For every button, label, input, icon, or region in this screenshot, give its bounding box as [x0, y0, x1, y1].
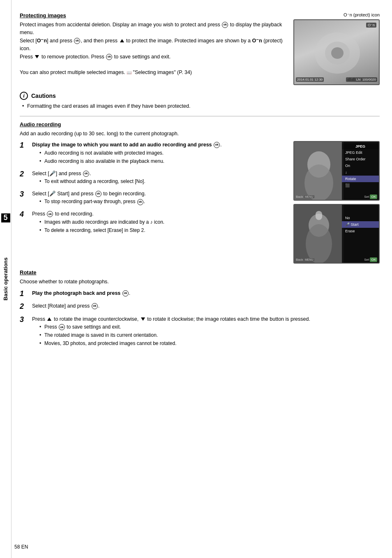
screen2-item-erase: Erase [342, 228, 379, 234]
step-3-bullet-1: To stop recording part-way through, pres… [32, 198, 285, 205]
screen1-item-on: On [342, 162, 379, 169]
ok-icon-step3: ok [95, 191, 101, 197]
ok-button-icon-1: ok [222, 22, 228, 28]
book-reference-icon: 📖 [127, 69, 131, 76]
step-content-4: Press ok to end recording. Images with a… [32, 210, 285, 234]
screen1-top-label: JPEG [342, 144, 379, 149]
baby-svg-1 [294, 142, 344, 200]
rotate-step-2: 2 Select [Rotate] and press ok. [20, 302, 380, 311]
ok-icon-step4: ok [47, 211, 53, 217]
screen-date: 2014.01.01 12:30 [296, 77, 324, 82]
screen1-item-arrow: ↓ [342, 169, 379, 176]
page-num-suffix: EN [20, 544, 28, 550]
rotate-step-number-3: 3 [20, 315, 28, 324]
rotate-step-content-3: Press to rotate the image counterclockwi… [32, 315, 380, 348]
flower-svg [294, 20, 380, 85]
step-1-text: Display the image to which you want to a… [32, 142, 212, 148]
step-number-4: 4 [20, 210, 28, 219]
caution-icon: i [20, 92, 28, 100]
screen1-item-rotate: Rotate [342, 176, 379, 182]
rotate-section: Rotate Choose whether to rotate photogra… [20, 269, 380, 348]
cautions-header: i Cautions [20, 92, 380, 100]
chapter-label: Basic operations [2, 257, 9, 301]
rotate-step3-bullet-3: Movies, 3D photos, and protected images … [32, 340, 380, 347]
rotate-step-number-1: 1 [20, 289, 28, 299]
main-content: Protecting images Protect images from ac… [12, 0, 392, 558]
audio-recording-intro: Add an audio recording (up to 30 sec. lo… [20, 130, 380, 138]
step-content-2: Select [🎤] and press ok. To exit without… [32, 170, 285, 186]
ok-button-icon-3: ok [106, 54, 112, 60]
ok-icon-rotate1: ok [122, 290, 129, 296]
protect-icon-label: O⁻n (protect) icon [293, 12, 380, 18]
rotate-step-content-2: Select [Rotate] and press ok. [32, 302, 380, 310]
audio-screen-2: No 🎤 Start Erase Back MENU Set OK [293, 204, 380, 264]
audio-recording-title: Audio recording [20, 121, 380, 127]
step-2-bullet-1: To exit without adding a recording, sele… [32, 178, 285, 185]
audio-step-4: 4 Press ok to end recording. Images with… [20, 210, 285, 234]
ok-icon-step3b: ok [137, 199, 143, 205]
camera-screen-protect: O⁻n 2014.01.01 12:30 ⬛⬛ LN 100/0020 [293, 19, 380, 85]
step-1-bullet-2: Audio recording is also available in the… [32, 157, 285, 165]
triangle-up-icon-1 [120, 39, 124, 42]
cautions-section: i Cautions Formatting the card erases al… [20, 92, 380, 110]
screen2-item-start: 🎤 Start [342, 221, 379, 228]
camera-screen-inner: O⁻n 2014.01.01 12:30 ⬛⬛ LN 100/0020 [294, 20, 379, 84]
audio-step-1: 1 Display the image to which you want to… [20, 141, 285, 165]
ok-icon-rotate3a: ok [59, 324, 65, 330]
ok-button-icon-2: ok [74, 38, 80, 44]
chapter-number: 5 [1, 213, 10, 222]
rotate-step3-bullet-2: The rotated image is saved in its curren… [32, 331, 380, 339]
screen1-item-share: Share Order [342, 156, 379, 162]
audio-recording-section: Audio recording Add an audio recording (… [20, 121, 380, 264]
svg-point-8 [306, 224, 332, 263]
screen1-set: Set OK [364, 195, 377, 199]
protect-para1: Protect images from accidental deletion.… [20, 22, 220, 28]
audio-steps-images: 1 Display the image to which you want to… [20, 141, 380, 264]
sidebar: 5 Basic operations [0, 0, 12, 558]
protect-screen-container: O⁻n (protect) icon O⁻n [293, 12, 380, 85]
svg-rect-9 [316, 211, 322, 220]
protect-symbol-1: O⁻n [37, 38, 47, 44]
screen2-menu: No 🎤 Start Erase [342, 205, 379, 263]
step-4-bullet-1: Images with audio recordings are indicat… [32, 218, 285, 226]
step-content-1: Display the image to which you want to a… [32, 141, 285, 165]
cautions-title: Cautions [31, 93, 56, 99]
screen2-item-no: No [342, 215, 379, 221]
protecting-images-section: Protecting images Protect images from ac… [20, 12, 380, 85]
step-4-bullet-2: To delete a recording, select [Erase] in… [32, 227, 285, 234]
baby-svg-2 [294, 205, 344, 263]
screen1-ok-badge: OK [370, 194, 377, 199]
ok-icon-step1: ok [214, 142, 220, 148]
protecting-images-text: Protecting images Protect images from ac… [20, 12, 285, 85]
screen2-footer: Back MENU Set OK [296, 258, 377, 262]
audio-images-panel: JPEG JPEG Edit Share Order On ↓ Rotate ⬛… [293, 141, 380, 264]
rotate-title: Rotate [20, 269, 380, 276]
step-number-3: 3 [20, 190, 28, 199]
page-number: 58 EN [14, 544, 28, 550]
screen2-set: Set OK [364, 258, 377, 262]
rotate-step-content-1: Play the photograph back and press ok. [32, 289, 380, 297]
ok-icon-step2: ok [83, 171, 89, 177]
audio-screen-1: JPEG JPEG Edit Share Order On ↓ Rotate ⬛… [293, 141, 380, 201]
screen1-photo [294, 142, 344, 200]
protecting-images-body: Protect images from accidental deletion.… [20, 21, 285, 77]
screen1-footer: Back MENU Set OK [296, 195, 377, 199]
rotate-intro: Choose whether to rotate photographs. [20, 278, 380, 286]
audio-step-3: 3 Select [🎤 Start] and press ok to begin… [20, 190, 285, 206]
triangle-down-icon-1 [35, 55, 39, 58]
screen2-ok-badge: OK [370, 257, 377, 262]
ok-icon-rotate2: ok [92, 303, 98, 309]
section-divider-1 [20, 116, 380, 116]
step-number-2: 2 [20, 170, 28, 179]
triangle-up-icon-rotate [47, 317, 51, 321]
screen1-menu: JPEG JPEG Edit Share Order On ↓ Rotate ⬛ [342, 142, 379, 200]
audio-steps-list: 1 Display the image to which you want to… [20, 141, 285, 264]
protect-symbol-2: O⁻n [252, 38, 262, 44]
screen-info: ⬛⬛ LN 100/0020 [346, 77, 377, 82]
step-content-3: Select [🎤 Start] and press ok to begin r… [32, 190, 285, 206]
triangle-down-icon-rotate [141, 317, 145, 321]
protect-screen-icon: O⁻n [366, 23, 376, 28]
step-1-bullet-1: Audio recording is not available with pr… [32, 149, 285, 157]
screen1-item-extra: ⬛ [342, 182, 379, 189]
svg-point-2 [331, 47, 344, 59]
